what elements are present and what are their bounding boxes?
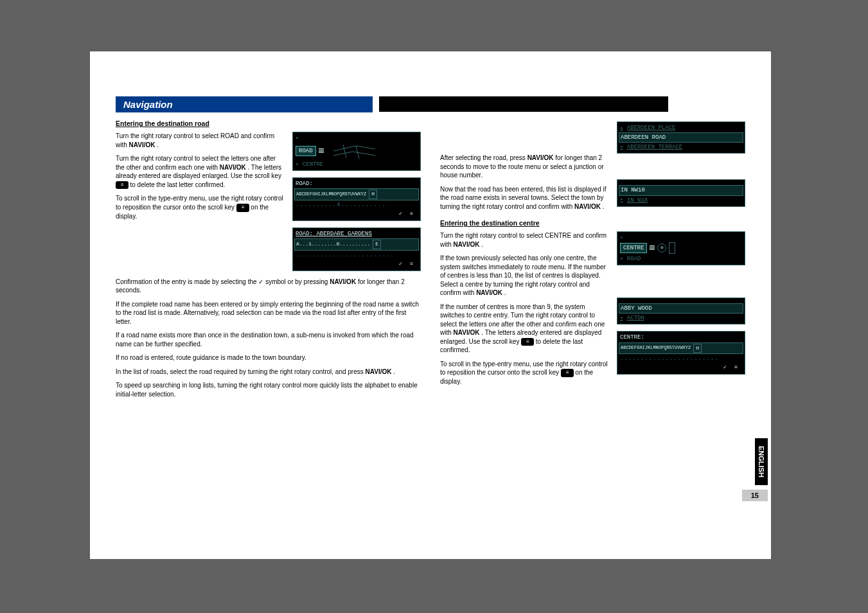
left-column: Entering the destination road Turn the r…: [116, 119, 421, 404]
para: If the number of centres is more than 9,…: [440, 303, 609, 355]
scroll-key-icon: [521, 338, 534, 346]
page-number: 15: [742, 490, 768, 501]
para: After selecting the road, press NAVI/OK …: [440, 154, 609, 180]
scroll-key-icon: [729, 364, 742, 372]
lcd-selected: CENTRE: [620, 243, 647, 253]
para: If a road name exists more than once in …: [116, 331, 421, 348]
naviok-label: NAVI/OK: [476, 289, 502, 296]
scroll-key-icon: [405, 260, 418, 269]
para: Turn the right rotary control to select …: [440, 231, 609, 249]
scroll-icon: [669, 242, 675, 254]
subhead-centre: Entering the destination centre: [440, 218, 745, 227]
para: In the list of roads, select the road re…: [116, 368, 421, 377]
lcd-in-nw10: IN NW10 IN N18: [617, 179, 745, 206]
lcd-below: ROAD: [627, 255, 641, 263]
page: Navigation Entering the destination road…: [90, 51, 771, 559]
naviok-label: NAVI/OK: [527, 154, 554, 161]
lcd-below: CENTRE: [303, 161, 323, 168]
check-icon: [399, 260, 402, 269]
para: Now that the road has been entered, this…: [440, 185, 609, 211]
text: symbol or by pressing: [265, 278, 330, 285]
check-icon: [258, 278, 263, 285]
para: Turn the right rotary control to select …: [116, 132, 285, 149]
text: to delete the last letter confirmed.: [130, 181, 225, 188]
naviok-label: NAVI/OK: [330, 278, 356, 285]
lcd-item-selected: IN NW10: [621, 186, 645, 194]
lcd-dots: ..........4...........: [296, 201, 386, 209]
para: If the town previously selected has only…: [440, 254, 609, 298]
text-centre: CENTRE: [545, 232, 571, 239]
lcd-dots: ........................: [620, 355, 719, 362]
lcd-road-alpha: ROAD: ABCDEFGHIJKLMNOPQRSTUVWXYZ H .....…: [292, 177, 421, 221]
lcd-title: ROAD: ABERDARE GARDENS: [296, 230, 372, 238]
para: To scroll in the type-entry menu, use th…: [116, 194, 285, 220]
lcd-abby-wood: ABBY WOOD ACTON: [617, 298, 745, 324]
lcd-line: A...1........0..........: [296, 241, 370, 248]
text: .: [603, 203, 605, 210]
lcd-item: ABERDEEN TERRACE: [627, 143, 682, 151]
naviok-label: NAVI/OK: [454, 241, 480, 248]
text: In the list of roads, select the road re…: [116, 368, 366, 375]
naviok-label: NAVI/OK: [220, 164, 246, 171]
text: After selecting the road, press: [440, 154, 527, 161]
divider-bar: [379, 96, 668, 112]
lcd-box-e: E: [373, 240, 381, 249]
text: Turn the right rotary control to select: [116, 132, 220, 139]
para: If no road is entered, route guidance is…: [116, 353, 421, 362]
text: Turn the right rotary control to select: [440, 232, 545, 239]
lcd-item: IN N18: [627, 197, 648, 204]
text: .: [504, 289, 506, 296]
naviok-label: NAVI/OK: [574, 203, 601, 210]
lcd-centre-alpha: CENTRE: ABCDEFGHIJKLMNOPQRSTUVWXYZ H ...…: [617, 331, 745, 375]
lcd-dots: ........................: [296, 251, 394, 259]
lcd-road-map: ROAD CENTRE: [292, 132, 421, 171]
lcd-box-h: H: [369, 190, 377, 199]
lcd-alpha: ABCDEFGHIJKLMNOPQRSTUVWXYZ: [621, 345, 691, 351]
lcd-item: ACTON: [627, 314, 644, 322]
lcd-centre-sel: CENTRE ◎ ROAD: [617, 231, 745, 265]
para: Turn the right rotary control to select …: [116, 154, 285, 189]
lcd-box-h: H: [693, 344, 702, 353]
text: Confirmation of the entry is made by sel…: [116, 278, 258, 285]
language-tab: ENGLISH: [755, 438, 768, 485]
naviok-label: NAVI/OK: [129, 141, 155, 148]
lcd-alpha: ABCDEFGHIJKLMNOPQRSTUVWXYZ: [296, 191, 366, 197]
lcd-selected: ROAD: [296, 146, 316, 156]
scroll-key-icon: [561, 369, 574, 377]
target-icon: ◎: [657, 244, 666, 253]
list-icon: [650, 245, 655, 250]
lcd-label: ROAD:: [296, 180, 313, 188]
map-preview: [330, 143, 418, 159]
para: Confirmation of the entry is made by sel…: [116, 278, 421, 295]
text: .: [393, 368, 395, 375]
lcd-aberdeen-list: ABERDEEN PLACE ABERDEEN ROAD ABERDEEN TE…: [617, 121, 745, 154]
list-icon: [319, 148, 324, 153]
text: If the town previously selected has only…: [440, 254, 606, 296]
lcd-label: CENTRE:: [620, 333, 644, 341]
right-column: After selecting the road, press NAVI/OK …: [440, 119, 745, 404]
text: .: [481, 241, 483, 248]
text-road: ROAD: [220, 132, 239, 139]
text: .: [157, 141, 159, 148]
lcd-item: ABERDEEN PLACE: [627, 124, 676, 132]
section-title: Navigation: [116, 96, 373, 112]
para: To scroll in the type-entry menu, use th…: [440, 360, 609, 386]
para: If the complete road name has been enter…: [116, 300, 421, 326]
lcd-road-aberdare: ROAD: ABERDARE GARDENS A...1........0...…: [292, 227, 421, 271]
lcd-item-selected: ABERDEEN ROAD: [621, 134, 666, 141]
naviok-label: NAVI/OK: [366, 368, 392, 375]
lcd-item-selected: ABBY WOOD: [621, 305, 652, 312]
subhead-road: Entering the destination road: [116, 119, 421, 128]
scroll-key-icon: [236, 204, 249, 212]
check-icon: [723, 364, 727, 372]
title-row: Navigation: [116, 96, 745, 112]
scroll-key-icon: [116, 181, 128, 190]
scroll-key-icon: [405, 210, 418, 218]
para: To speed up searching in long lists, tur…: [116, 381, 421, 398]
naviok-label: NAVI/OK: [454, 329, 480, 336]
check-icon: [399, 210, 402, 218]
